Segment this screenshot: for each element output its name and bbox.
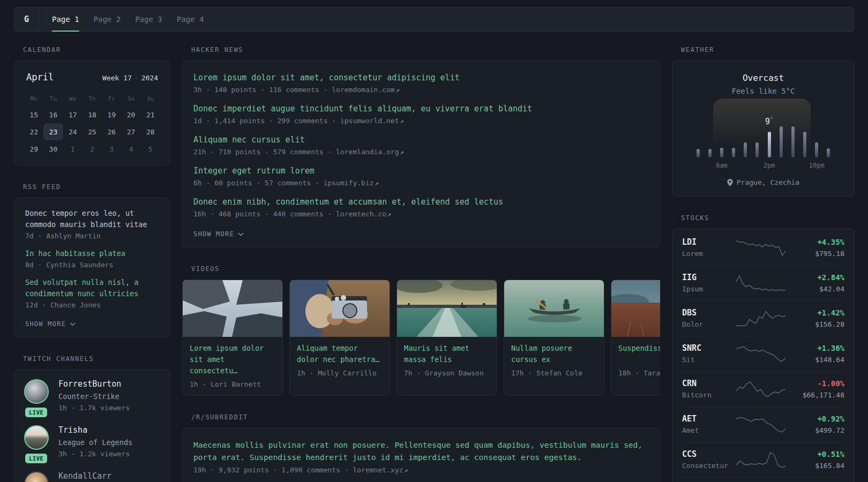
rss-section-title: RSS FEED — [23, 183, 170, 191]
calendar-day: 2 — [83, 140, 102, 157]
twitch-channel-name[interactable]: Trisha — [58, 425, 132, 435]
live-badge: LIVE — [25, 408, 47, 417]
twitch-avatar-wrap: LIVE — [24, 379, 50, 413]
calendar-weekday: Th — [83, 91, 102, 106]
calendar-day: 4 — [121, 140, 140, 157]
hn-story-title[interactable]: Donec imperdiet augue tincidunt felis al… — [193, 103, 649, 115]
stock-ticker: LDI — [682, 237, 734, 247]
hn-story-title[interactable]: Lorem ipsum dolor sit amet, consectetur … — [193, 72, 649, 84]
calendar-day-grid: 1516171819202122232425262728293012345 — [24, 106, 160, 157]
tab-page-4[interactable]: Page 4 — [177, 7, 204, 31]
twitch-channel-info: ForrestBurton Counter-Strike 1h · 1.7k v… — [58, 379, 130, 413]
temp-value: 9 — [765, 117, 770, 126]
stock-name: Consectetur — [682, 461, 734, 470]
video-title[interactable]: Mauris sit amet massa felis — [404, 343, 490, 365]
weather-widget: Overcast Feels like 5°C 9° 6am 2pm 10pm — [672, 61, 855, 197]
calendar-day: 18 — [83, 106, 102, 123]
chevron-down-icon — [238, 232, 244, 236]
degree-symbol: ° — [770, 116, 773, 122]
twitch-channel-row[interactable]: LIVE ForrestBurton Counter-Strike 1h · 1… — [24, 379, 160, 413]
hackernews-section-title: HACKER NEWS — [191, 46, 660, 54]
external-link-icon[interactable]: ↗ — [396, 86, 400, 94]
calendar-day: 3 — [102, 140, 121, 157]
reddit-post-title[interactable]: Maecenas mollis pulvinar erat non posuer… — [193, 439, 649, 464]
stock-sparkline — [736, 451, 785, 469]
external-link-icon[interactable]: ↗ — [400, 148, 404, 156]
hn-story-domain-link[interactable]: loremdomain.com — [332, 86, 394, 94]
video-card[interactable]: Suspendisse diam 18h · Tara — [611, 280, 660, 396]
twitch-section-title: TWITCH CHANNELS — [23, 355, 170, 363]
hn-show-more-button[interactable]: SHOW MORE — [193, 230, 244, 238]
hn-story-domain-link[interactable]: loremtech.co — [336, 210, 386, 218]
weather-section: WEATHER Overcast Feels like 5°C 9° 6am 2… — [672, 46, 855, 197]
twitch-channel-row[interactable]: LIVE Trisha League of Legends 3h · 1.2k … — [24, 425, 160, 459]
videos-section-title: VIDEOS — [191, 265, 660, 273]
stock-row[interactable]: IIGIpsum +2.84%$42.04 — [682, 265, 844, 300]
hn-story-title[interactable]: Donec enim nibh, condimentum et accumsan… — [193, 196, 649, 208]
stock-sparkline — [736, 310, 785, 328]
calendar-day: 21 — [141, 106, 160, 123]
stock-ticker: DBS — [682, 308, 734, 318]
rss-item: Sed volutpat nulla nisl, a condimentum n… — [25, 277, 159, 309]
video-card[interactable]: Nullam posuere cursus ex 17h · Stefan Co… — [504, 280, 604, 396]
rss-item-title[interactable]: In hac habitasse platea — [25, 248, 159, 259]
twitch-channel-name[interactable]: KendallCarr — [58, 471, 111, 481]
stock-row[interactable]: AETAmet +0.92%$499.72 — [682, 406, 844, 442]
hn-story-domain-link[interactable]: loremlandia.org — [336, 148, 399, 156]
stock-name: Bitcorn — [682, 390, 734, 400]
weather-bar — [803, 132, 806, 157]
reddit-post: Maecenas mollis pulvinar erat non posuer… — [193, 439, 649, 474]
rss-item: In hac habitasse platea 8d · Cynthia Sau… — [25, 248, 159, 269]
calendar-day: 17 — [63, 106, 83, 123]
hn-story: Donec imperdiet augue tincidunt felis al… — [193, 103, 649, 125]
avatar — [24, 471, 49, 482]
rss-widget: Donec tempor eros leo, ut commodo mauris… — [14, 198, 170, 337]
video-title[interactable]: Aliquam tempor dolor nec pharetra… — [297, 343, 383, 365]
tab-page-3[interactable]: Page 3 — [135, 7, 162, 31]
tab-page-2[interactable]: Page 2 — [94, 7, 121, 31]
location-pin-icon — [727, 179, 733, 186]
video-card[interactable]: Mauris sit amet massa felis 7h · Grayson… — [396, 280, 497, 396]
stock-row[interactable]: AHS +0.46% — [682, 477, 844, 482]
weather-location: Prague, Czechia — [681, 178, 845, 186]
stock-row[interactable]: CRNBitcorn -1.00%$66,171.48 — [682, 371, 844, 406]
weather-bar — [780, 126, 783, 157]
rss-item-title[interactable]: Donec tempor eros leo, ut commodo mauris… — [25, 208, 159, 230]
stock-row[interactable]: SNRCSit +1.36%$148.64 — [682, 336, 844, 371]
weather-bar — [720, 148, 723, 157]
calendar-weekday: Tu — [43, 91, 63, 106]
twitch-channel-info: Trisha League of Legends 3h · 1.2k viewe… — [58, 425, 132, 459]
video-thumbnail-camera — [290, 280, 390, 337]
video-card[interactable]: Lorem ipsum dolor sit amet consectetu… 1… — [182, 280, 283, 396]
reddit-post-domain-link[interactable]: loremnet.xyz — [353, 466, 403, 474]
stock-row[interactable]: CCSConsectetur +0.51%$165.84 — [682, 442, 844, 477]
external-link-icon[interactable]: ↗ — [387, 210, 391, 218]
twitch-avatar-wrap: LIVE — [24, 425, 50, 459]
twitch-channel-row[interactable]: KendallCarr — [24, 471, 160, 482]
twitch-channel-name[interactable]: ForrestBurton — [58, 379, 130, 389]
hn-story-domain-link[interactable]: ipsumworld.net — [340, 117, 399, 125]
video-title[interactable]: Lorem ipsum dolor sit amet consectetu… — [190, 343, 275, 376]
stock-row[interactable]: DBSDolor +1.42%$156.28 — [682, 300, 844, 336]
hn-story-domain-link[interactable]: ipsumify.biz — [324, 179, 374, 187]
external-link-icon[interactable]: ↗ — [404, 466, 408, 474]
tab-page-1[interactable]: Page 1 — [52, 7, 79, 31]
rss-show-more-button[interactable]: SHOW MORE — [25, 320, 76, 328]
video-card[interactable]: Aliquam tempor dolor nec pharetra… 1h · … — [289, 280, 390, 396]
weather-hourly-chart: 9° — [697, 108, 830, 157]
video-thumbnail-field — [611, 280, 660, 337]
calendar-day: 24 — [63, 123, 83, 140]
video-card-body: Mauris sit amet massa felis 7h · Grayson… — [397, 337, 497, 384]
hn-story: Aliquam nec cursus elit 21h · 710 points… — [193, 134, 649, 156]
video-title[interactable]: Nullam posuere cursus ex — [511, 343, 597, 365]
external-link-icon[interactable]: ↗ — [375, 179, 379, 187]
hn-story-title[interactable]: Aliquam nec cursus elit — [193, 134, 649, 146]
hn-story-meta: 6h · 60 points · 57 comments · ipsumify.… — [193, 179, 649, 187]
stock-row[interactable]: LDILorem +4.35%$795.18 — [682, 230, 844, 265]
calendar-day: 29 — [24, 140, 43, 157]
rss-item-title[interactable]: Sed volutpat nulla nisl, a condimentum n… — [25, 277, 159, 299]
stock-price: $156.28 — [788, 320, 844, 329]
external-link-icon[interactable]: ↗ — [400, 117, 404, 125]
video-title[interactable]: Suspendisse diam — [618, 343, 660, 365]
hn-story-title[interactable]: Integer eget rutrum lorem — [193, 165, 649, 177]
